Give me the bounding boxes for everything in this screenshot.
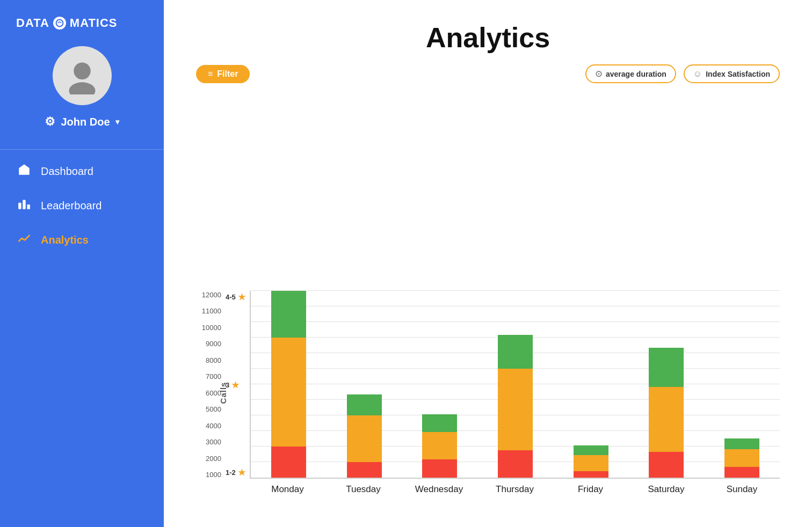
nav-list: Dashboard Leaderboard Analytics — [0, 154, 119, 257]
sidebar: DATA MATICS ⚙ John Doe ▾ Dashboard Leade… — [0, 0, 164, 527]
bar-orange-wednesday — [422, 432, 457, 459]
bar-green-tuesday — [347, 394, 382, 415]
avatar — [53, 46, 112, 105]
user-name-row[interactable]: ⚙ John Doe ▾ — [45, 115, 119, 129]
y-label-4000: 4000 — [206, 422, 221, 430]
x-label-friday: Friday — [553, 481, 628, 495]
star-label-high: 4-5 ★ — [226, 292, 245, 302]
sidebar-item-label-analytics: Analytics — [41, 234, 89, 246]
legend-pills: ⊙ average duration☺ Index Satisfaction — [585, 64, 780, 83]
bar-red-monday — [271, 447, 306, 478]
bar-group-tuesday — [327, 291, 402, 478]
bar-group-thursday — [477, 291, 553, 478]
bar-orange-saturday — [649, 387, 684, 452]
y-label-7000: 7000 — [206, 372, 221, 380]
logo-text-after: MATICS — [70, 16, 118, 30]
bar-orange-sunday — [724, 449, 759, 467]
bar-saturday[interactable] — [649, 322, 684, 478]
y-label-6000: 6000 — [206, 389, 221, 397]
svg-rect-5 — [27, 204, 30, 209]
bar-orange-monday — [271, 338, 306, 447]
bar-red-tuesday — [347, 462, 382, 478]
y-label-8000: 8000 — [206, 356, 221, 364]
bar-green-monday — [271, 291, 306, 338]
bar-red-sunday — [724, 467, 759, 478]
bar-group-saturday — [629, 291, 705, 478]
bar-red-wednesday — [422, 459, 457, 478]
pill-icon-index-satisfaction: ☺ — [693, 69, 702, 79]
bar-tuesday[interactable] — [347, 353, 382, 478]
chart-wrapper: Calls 1000200030004000500060007000800090… — [196, 291, 780, 495]
x-label-wednesday: Wednesday — [401, 481, 477, 495]
pill-label-avg-duration: average duration — [606, 70, 666, 78]
pill-avg-duration[interactable]: ⊙ average duration — [585, 64, 676, 83]
bar-green-wednesday — [422, 414, 457, 433]
y-axis-labels: 1000200030004000500060007000800090001000… — [196, 291, 226, 479]
sidebar-item-analytics[interactable]: Analytics — [0, 223, 119, 257]
sidebar-item-label-dashboard: Dashboard — [41, 165, 93, 178]
bar-orange-friday — [574, 455, 608, 471]
star-label-mid: 3 ★ — [226, 380, 245, 390]
star-label-low: 1-2 ★ — [226, 467, 245, 478]
pill-index-satisfaction[interactable]: ☺ Index Satisfaction — [684, 64, 780, 83]
bar-thursday[interactable] — [498, 314, 533, 478]
bar-wednesday[interactable] — [422, 369, 457, 478]
bar-green-thursday — [498, 335, 533, 369]
filter-label: Filter — [217, 69, 238, 79]
bar-group-monday — [251, 291, 327, 478]
y-label-3000: 3000 — [206, 438, 221, 446]
bar-monday[interactable] — [271, 291, 306, 478]
toolbar: ≡ Filter ⊙ average duration☺ Index Satis… — [164, 64, 812, 83]
x-label-saturday: Saturday — [628, 481, 704, 495]
user-name: John Doe — [61, 116, 110, 128]
x-label-sunday: Sunday — [704, 481, 780, 495]
star-icon-high: ★ — [238, 292, 245, 302]
gear-icon: ⚙ — [45, 115, 55, 129]
x-label-tuesday: Tuesday — [325, 481, 401, 495]
bar-friday[interactable] — [574, 400, 608, 478]
main-content: Analytics ≡ Filter ⊙ average duration☺ I… — [164, 0, 812, 527]
bar-orange-thursday — [498, 369, 533, 450]
svg-rect-4 — [23, 200, 25, 209]
bar-red-saturday — [649, 452, 684, 478]
logo-icon — [53, 17, 66, 30]
bar-sunday[interactable] — [724, 392, 759, 478]
sidebar-item-dashboard[interactable]: Dashboard — [0, 154, 119, 188]
x-label-thursday: Thursday — [477, 481, 553, 495]
bar-red-friday — [574, 471, 608, 478]
svg-point-2 — [69, 82, 95, 94]
y-label-2000: 2000 — [206, 455, 221, 463]
filter-button[interactable]: ≡ Filter — [196, 65, 250, 83]
pill-label-index-satisfaction: Index Satisfaction — [706, 70, 770, 78]
analytics-nav-icon — [17, 231, 31, 248]
logo-text-before: DATA — [16, 16, 49, 30]
avatar-area: ⚙ John Doe ▾ — [0, 41, 164, 140]
bar-red-thursday — [498, 450, 533, 478]
bar-orange-tuesday — [347, 415, 382, 462]
svg-rect-3 — [18, 203, 21, 209]
y-label-11000: 11000 — [202, 307, 221, 315]
sidebar-item-leaderboard[interactable]: Leaderboard — [0, 188, 119, 223]
bar-group-sunday — [704, 291, 780, 478]
bar-green-saturday — [649, 348, 684, 387]
x-labels: MondayTuesdayWednesdayThursdayFridaySatu… — [250, 481, 780, 495]
svg-point-0 — [56, 20, 63, 27]
leaderboard-nav-icon — [17, 197, 31, 214]
y-label-12000: 12000 — [202, 291, 221, 299]
sidebar-item-label-leaderboard: Leaderboard — [41, 200, 102, 212]
x-label-monday: Monday — [250, 481, 325, 495]
bar-green-sunday — [724, 438, 759, 449]
filter-icon: ≡ — [208, 69, 213, 79]
dropdown-arrow: ▾ — [115, 118, 119, 126]
bar-green-friday — [574, 445, 608, 455]
y-label-9000: 9000 — [206, 340, 221, 348]
svg-point-1 — [74, 63, 91, 80]
pill-icon-avg-duration: ⊙ — [595, 69, 602, 79]
star-labels: 4-5 ★ 3 ★ 1-2 ★ — [226, 291, 245, 479]
y-label-5000: 5000 — [206, 405, 221, 413]
star-icon-mid: ★ — [231, 380, 239, 390]
chart-container: Calls 1000200030004000500060007000800090… — [164, 89, 812, 527]
y-label-10000: 10000 — [202, 324, 221, 332]
bar-group-wednesday — [402, 291, 477, 478]
y-label-1000: 1000 — [206, 471, 221, 479]
